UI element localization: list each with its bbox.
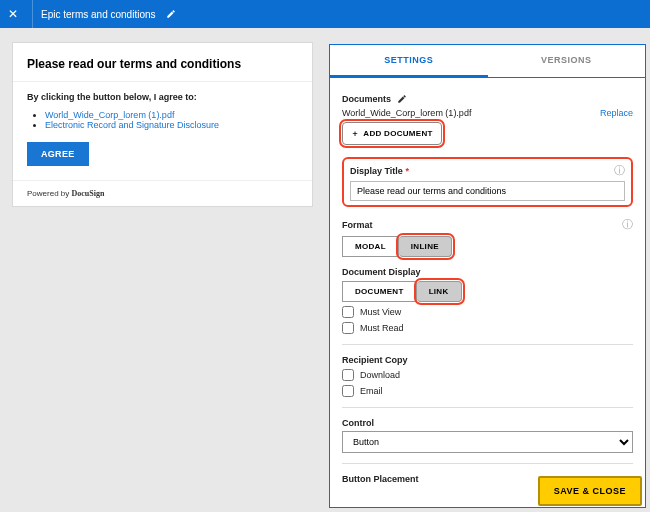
format-modal-button[interactable]: MODAL [342, 236, 399, 257]
doc-link-2[interactable]: Electronic Record and Signature Disclosu… [45, 120, 219, 130]
control-select[interactable]: Button [342, 431, 633, 453]
recipient-copy-label: Recipient Copy [342, 355, 633, 365]
doc-link-1[interactable]: World_Wide_Corp_lorem (1).pdf [45, 110, 174, 120]
add-document-button[interactable]: ＋ ADD DOCUMENT [342, 122, 442, 145]
tab-versions[interactable]: VERSIONS [488, 45, 646, 77]
pencil-icon[interactable] [166, 9, 176, 19]
document-display-label: Document Display [342, 267, 633, 277]
download-label: Download [360, 370, 400, 380]
top-bar: ✕ Epic terms and conditions [0, 0, 650, 28]
info-icon[interactable]: ⓘ [614, 163, 625, 178]
tab-settings[interactable]: SETTINGS [330, 45, 488, 77]
card-intro: By clicking the button below, I agree to… [27, 92, 298, 102]
display-title-label: Display Title [350, 166, 403, 176]
display-title-input[interactable] [350, 181, 625, 201]
email-checkbox[interactable] [342, 385, 354, 397]
email-label: Email [360, 386, 383, 396]
info-icon[interactable]: ⓘ [622, 217, 633, 232]
pencil-icon[interactable] [397, 94, 407, 104]
divider [32, 0, 33, 28]
card-heading: Please read our terms and conditions [13, 43, 312, 82]
format-inline-button[interactable]: INLINE [399, 236, 452, 257]
docdisplay-document-button[interactable]: DOCUMENT [342, 281, 417, 302]
download-checkbox[interactable] [342, 369, 354, 381]
settings-panel: SETTINGS VERSIONS Documents World_Wide_C… [329, 44, 646, 508]
must-view-label: Must View [360, 307, 401, 317]
format-label: Format [342, 220, 373, 230]
must-read-label: Must Read [360, 323, 404, 333]
must-read-checkbox[interactable] [342, 322, 354, 334]
must-view-checkbox[interactable] [342, 306, 354, 318]
docdisplay-link-button[interactable]: LINK [417, 281, 462, 302]
save-and-close-button[interactable]: SAVE & CLOSE [538, 476, 642, 506]
document-name: World_Wide_Corp_lorem (1).pdf [342, 108, 471, 118]
agree-button[interactable]: AGREE [27, 142, 89, 166]
powered-by: Powered by DocuSign [13, 180, 312, 206]
control-label: Control [342, 418, 633, 428]
close-icon[interactable]: ✕ [8, 7, 24, 21]
plus-icon: ＋ [351, 128, 359, 139]
documents-label: Documents [342, 94, 391, 104]
page-title: Epic terms and conditions [41, 9, 156, 20]
replace-link[interactable]: Replace [600, 108, 633, 118]
terms-card: Please read our terms and conditions By … [12, 42, 313, 207]
preview-pane: Please read our terms and conditions By … [0, 28, 325, 512]
